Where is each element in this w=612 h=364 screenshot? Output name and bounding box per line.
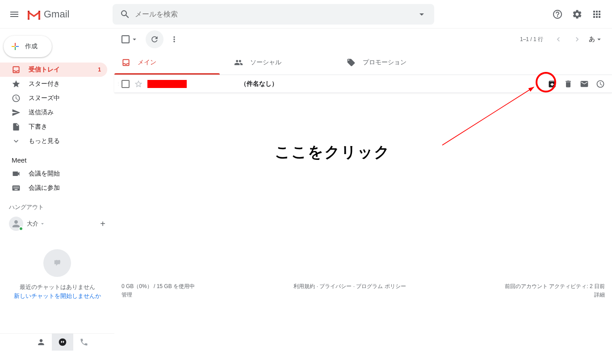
chevron-down-icon: [12, 137, 21, 146]
sidebar-item-starred[interactable]: スター付き: [0, 77, 107, 91]
sidebar-item-label: 会議に参加: [29, 184, 60, 192]
refresh-button[interactable]: [146, 30, 163, 48]
delete-button[interactable]: [564, 79, 573, 88]
email-subject: （件名なし）: [240, 80, 278, 88]
more-vert-icon: [170, 35, 179, 44]
page-count: 1–1 / 1 行: [520, 36, 543, 43]
sidebar: 作成 受信トレイ 1 スター付き スヌーズ中 送信済み 下書き もっと見る Me…: [0, 29, 114, 350]
sidebar-item-label: 下書き: [29, 123, 47, 131]
search-icon[interactable]: [115, 4, 135, 24]
main-content: 1–1 / 1 行 あ メイン ソーシャル プロモーション ⋮⋮ （件名なし）: [114, 29, 612, 364]
tab-primary[interactable]: メイン: [114, 50, 227, 75]
sidebar-item-more[interactable]: もっと見る: [0, 134, 107, 148]
gmail-icon: [27, 9, 41, 20]
details-link[interactable]: 詳細: [505, 291, 605, 299]
sidebar-item-start-meeting[interactable]: 会議を開始: [0, 167, 107, 181]
sidebar-item-label: もっと見る: [29, 137, 60, 145]
next-page-button[interactable]: [568, 30, 586, 48]
terms-links[interactable]: 利用規約 · プライバシー · プログラム ポリシー: [293, 282, 406, 291]
tab-label: プロモーション: [363, 59, 407, 67]
meet-section-header: Meet: [0, 148, 114, 167]
mail-open-icon: [580, 79, 589, 88]
hangouts-icon: [58, 338, 67, 347]
refresh-icon: [150, 35, 159, 44]
help-icon: [552, 9, 563, 20]
caret-down-icon: [416, 9, 427, 20]
video-icon: [12, 169, 21, 178]
no-recent-chats-text: 最近のチャットはありません: [0, 283, 114, 291]
search-options-dropdown[interactable]: [412, 4, 432, 24]
trash-icon: [564, 79, 573, 88]
star-outline-icon: [134, 79, 143, 88]
new-chat-button[interactable]: +: [100, 219, 105, 229]
sidebar-item-drafts[interactable]: 下書き: [0, 120, 107, 134]
main-menu-button[interactable]: [4, 4, 25, 25]
gear-icon: [572, 9, 583, 20]
tab-contacts[interactable]: [30, 334, 52, 351]
drag-handle-icon[interactable]: ⋮⋮: [116, 81, 120, 86]
chevron-left-icon: [554, 35, 563, 44]
presence-indicator: [19, 226, 23, 231]
apps-grid-icon: [591, 9, 602, 20]
hamburger-icon: [9, 9, 20, 20]
sidebar-item-join-meeting[interactable]: 会議に参加: [0, 181, 107, 195]
prev-page-button[interactable]: [549, 30, 567, 48]
settings-button[interactable]: [568, 5, 586, 23]
clock-icon: [596, 79, 605, 88]
tab-hangouts[interactable]: [52, 334, 73, 351]
keyboard-icon: [12, 184, 21, 192]
gmail-text: Gmail: [44, 8, 69, 20]
hangout-user-row[interactable]: 大介 +: [0, 214, 114, 234]
sidebar-item-label: スヌーズ中: [29, 94, 60, 102]
chevron-right-icon: [573, 35, 582, 44]
sidebar-item-label: 送信済み: [29, 109, 54, 117]
sidebar-hangout-footer: 99 最近のチャットはありません 新しいチャットを開始しませんか: [0, 249, 114, 300]
tab-promotions[interactable]: プロモーション: [340, 50, 452, 75]
archive-button[interactable]: [548, 79, 557, 88]
input-method-button[interactable]: あ: [587, 35, 605, 43]
tab-label: ソーシャル: [250, 59, 281, 67]
star-icon: [12, 79, 21, 88]
clock-icon: [12, 94, 21, 103]
mark-read-button[interactable]: [580, 79, 589, 88]
sidebar-item-snoozed[interactable]: スヌーズ中: [0, 91, 107, 105]
apps-button[interactable]: [588, 5, 606, 23]
manage-link[interactable]: 管理: [122, 291, 195, 299]
search-input[interactable]: [135, 10, 412, 18]
avatar: [9, 217, 23, 231]
tag-icon: [347, 58, 356, 67]
compose-button[interactable]: 作成: [4, 36, 52, 57]
hangout-username: 大介: [27, 220, 38, 228]
sender-redacted: [147, 80, 187, 88]
gmail-logo[interactable]: Gmail: [27, 8, 111, 20]
snooze-button[interactable]: [596, 79, 605, 88]
storage-text: 0 GB（0%） / 15 GB を使用中: [122, 282, 195, 291]
footer: 0 GB（0%） / 15 GB を使用中 管理 利用規約 · プライバシー ·…: [114, 282, 612, 299]
caret-down-icon: [39, 221, 46, 227]
sidebar-item-inbox[interactable]: 受信トレイ 1: [0, 63, 107, 77]
tab-social[interactable]: ソーシャル: [227, 50, 340, 75]
chat-placeholder-icon: 99: [43, 249, 71, 277]
start-new-chat-link[interactable]: 新しいチャットを開始しませんか: [0, 292, 114, 300]
search-bar[interactable]: [113, 4, 434, 25]
category-tabs: メイン ソーシャル プロモーション: [114, 50, 612, 75]
hangouts-section-header: ハングアウト: [0, 195, 114, 214]
help-button[interactable]: [549, 5, 566, 23]
sidebar-item-label: スター付き: [29, 80, 60, 88]
caret-down-icon: [595, 35, 603, 43]
people-icon: [234, 58, 243, 67]
archive-icon: [548, 79, 557, 88]
select-all-checkbox[interactable]: [122, 35, 138, 43]
tab-phone[interactable]: [73, 334, 95, 351]
draft-icon: [12, 122, 21, 131]
sidebar-item-label: 受信トレイ: [29, 66, 60, 74]
inbox-icon: [122, 58, 130, 67]
send-icon: [12, 108, 21, 117]
more-menu-button[interactable]: [165, 30, 183, 48]
header: Gmail: [0, 0, 612, 29]
star-button[interactable]: [134, 79, 143, 88]
email-row[interactable]: ⋮⋮ （件名なし）: [114, 75, 612, 93]
row-checkbox[interactable]: [122, 80, 130, 88]
sidebar-item-sent[interactable]: 送信済み: [0, 105, 107, 120]
activity-text: 前回のアカウント アクティビティ: 2 日前: [505, 282, 605, 291]
